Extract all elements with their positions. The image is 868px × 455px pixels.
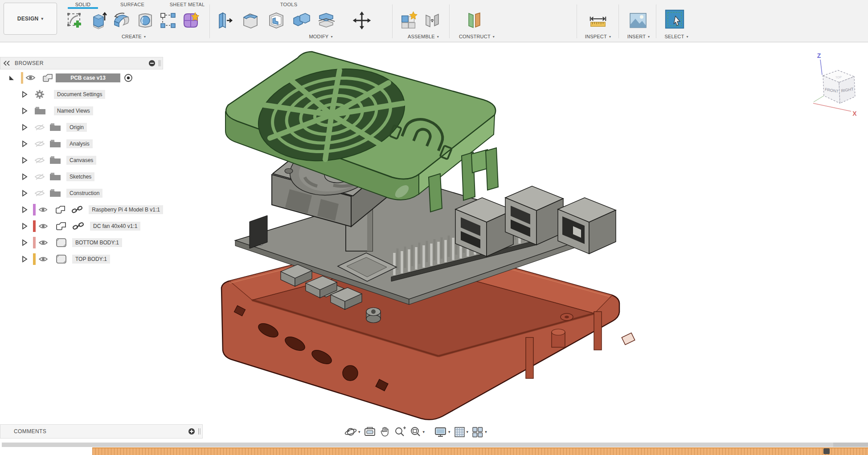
browser-drag-handle[interactable] (159, 60, 161, 66)
tree-item-label[interactable]: TOP BODY:1 (72, 255, 110, 264)
pattern-icon[interactable] (158, 10, 178, 31)
visibility-eye-icon[interactable] (38, 223, 48, 229)
visibility-eye-icon[interactable] (38, 207, 48, 213)
tree-row-origin[interactable]: Origin (0, 119, 163, 135)
group-label-assemble[interactable]: ASSEMBLE (397, 33, 450, 40)
tree-row-canvases[interactable]: Canvases (0, 152, 163, 168)
tab-surface[interactable]: SURFACE (112, 0, 152, 8)
timeline-playhead[interactable] (823, 448, 830, 454)
fillet-icon[interactable] (241, 10, 260, 31)
component-color-bar[interactable] (33, 204, 36, 215)
form-icon[interactable] (180, 10, 200, 31)
component-color-bar[interactable] (21, 72, 23, 84)
collapsed-arrow-icon[interactable] (21, 91, 28, 98)
move-icon[interactable] (352, 10, 372, 31)
tree-item-label[interactable]: DC fan 40x40 v1:1 (90, 222, 140, 231)
tree-row-top-body[interactable]: TOP BODY:1 (0, 251, 163, 267)
collapsed-arrow-icon[interactable] (21, 190, 28, 197)
tree-row-named-views[interactable]: Named Views (0, 102, 163, 119)
tree-row-root[interactable]: PCB case v13 (0, 69, 163, 86)
visibility-off-eye-icon[interactable] (34, 157, 45, 164)
tab-sheet-metal[interactable]: SHEET METAL (163, 0, 212, 8)
tree-row-analysis[interactable]: Analysis (0, 135, 163, 152)
tab-tools[interactable]: TOOLS (275, 0, 302, 8)
collapsed-arrow-icon[interactable] (21, 256, 28, 263)
viewports-icon[interactable]: ▾ (471, 426, 487, 438)
visibility-eye-icon[interactable] (38, 240, 48, 246)
collapse-panel-icon[interactable] (3, 61, 10, 66)
tree-item-label[interactable]: Raspberry Pi 4 Model B v1:1 (89, 205, 163, 214)
collapsed-arrow-icon[interactable] (21, 223, 28, 230)
zoom-window-icon[interactable]: ▾ (409, 426, 425, 438)
zoom-icon[interactable] (394, 426, 406, 438)
extrude-icon[interactable] (89, 10, 109, 31)
tree-item-label[interactable]: Named Views (54, 106, 93, 115)
group-label-create[interactable]: CREATE (111, 33, 156, 40)
visibility-off-eye-icon[interactable] (34, 124, 45, 131)
model-top-lid[interactable] (225, 52, 498, 212)
tree-row-document-settings[interactable]: Document Settings (0, 86, 163, 102)
timeline-scrollbar[interactable] (2, 443, 866, 447)
pan-icon[interactable] (379, 426, 391, 438)
tree-row-construction[interactable]: Construction (0, 185, 163, 201)
comments-expand-icon[interactable] (188, 428, 195, 435)
collapsed-arrow-icon[interactable] (21, 140, 28, 147)
collapsed-arrow-icon[interactable] (21, 206, 28, 213)
revolve-icon[interactable] (135, 10, 155, 31)
group-label-modify[interactable]: MODIFY (294, 33, 348, 40)
component-color-bar[interactable] (33, 237, 36, 248)
tree-item-label[interactable]: Sketches (66, 172, 94, 181)
visibility-eye-icon[interactable] (38, 256, 48, 262)
measure-icon[interactable] (588, 10, 608, 31)
visibility-off-eye-icon[interactable] (34, 140, 45, 147)
group-label-insert[interactable]: INSERT (618, 33, 659, 40)
tree-item-label[interactable]: Canvases (66, 156, 96, 165)
timeline-scrollbar-end[interactable] (833, 443, 868, 447)
collapsed-arrow-icon[interactable] (21, 173, 28, 180)
tree-item-label[interactable]: Construction (66, 189, 102, 198)
combine-icon[interactable] (292, 10, 311, 31)
view-cube[interactable]: TOP FRONT RIGHT Z X (813, 52, 857, 117)
component-color-bar[interactable] (33, 253, 36, 265)
tree-item-label[interactable]: Origin (66, 123, 87, 132)
tree-row-bottom-body[interactable]: BOTTOM BODY:1 (0, 234, 163, 251)
timeline-features-bar[interactable] (92, 447, 868, 455)
group-label-select[interactable]: SELECT (656, 33, 697, 40)
grid-snap-icon[interactable]: ▾ (454, 426, 469, 438)
collapsed-arrow-icon[interactable] (21, 107, 28, 114)
tree-item-label[interactable]: BOTTOM BODY:1 (72, 238, 122, 247)
component-color-bar[interactable] (33, 220, 36, 232)
look-at-icon[interactable] (364, 426, 376, 438)
tree-row-dc-fan[interactable]: DC fan 40x40 v1:1 (0, 218, 163, 234)
shell-icon[interactable] (266, 10, 286, 31)
collapsed-arrow-icon[interactable] (21, 124, 28, 131)
group-label-construct[interactable]: CONSTRUCT (448, 33, 506, 40)
orbit-icon[interactable]: ▾ (344, 426, 360, 438)
press-pull-icon[interactable] (215, 10, 234, 31)
tree-item-label[interactable]: Document Settings (54, 90, 105, 99)
root-component-label[interactable]: PCB case v13 (56, 73, 120, 82)
tree-row-raspberry-pi[interactable]: Raspberry Pi 4 Model B v1:1 (0, 201, 163, 218)
tree-item-label[interactable]: Analysis (66, 139, 93, 148)
browser-collapse-icon[interactable] (149, 60, 155, 66)
visibility-off-eye-icon[interactable] (34, 173, 45, 180)
new-component-icon[interactable] (399, 10, 419, 31)
joint-icon[interactable] (422, 10, 442, 31)
expand-arrow-icon[interactable] (8, 74, 15, 81)
select-icon[interactable] (665, 9, 684, 29)
design-workspace-button[interactable]: DESIGN (4, 3, 57, 35)
activate-component-radio-icon[interactable] (123, 73, 133, 83)
comments-drag-handle[interactable] (198, 428, 201, 435)
collapsed-arrow-icon[interactable] (21, 239, 28, 246)
group-label-inspect[interactable]: INSPECT (576, 33, 620, 40)
visibility-eye-icon[interactable] (25, 74, 36, 81)
insert-image-icon[interactable] (628, 10, 648, 31)
display-settings-icon[interactable]: ▾ (434, 426, 450, 438)
tree-row-sketches[interactable]: Sketches (0, 168, 163, 185)
create-sketch-icon[interactable] (65, 10, 85, 31)
construct-plane-icon[interactable] (464, 10, 484, 31)
sweep-icon[interactable] (112, 10, 132, 31)
collapsed-arrow-icon[interactable] (21, 157, 28, 164)
split-body-icon[interactable] (316, 10, 336, 31)
visibility-off-eye-icon[interactable] (34, 190, 45, 197)
